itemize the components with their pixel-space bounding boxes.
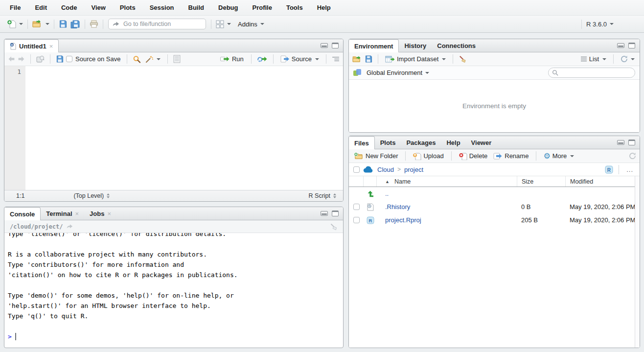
save-workspace-icon[interactable] (365, 55, 372, 63)
menu-debug[interactable]: Debug (218, 4, 238, 11)
import-dataset-button[interactable]: Import Dataset (384, 54, 447, 64)
maximize-icon[interactable] (628, 43, 635, 48)
menu-plots[interactable]: Plots (120, 4, 136, 11)
tab-help[interactable]: Help (441, 136, 465, 149)
tab-console[interactable]: Console (4, 207, 41, 220)
menu-file[interactable]: File (10, 4, 21, 11)
print-button[interactable] (88, 19, 100, 29)
addins-button[interactable]: Addins (236, 20, 266, 29)
select-all-checkbox[interactable] (353, 166, 360, 173)
menu-view[interactable]: View (91, 4, 105, 11)
table-row-rhistory[interactable]: .Rhistory 0 B May 19, 2020, 2:06 PM (349, 200, 640, 213)
source-button[interactable]: Source (279, 54, 321, 64)
new-folder-button[interactable]: New Folder (352, 151, 400, 161)
minimize-icon[interactable] (321, 211, 328, 216)
forward-icon[interactable] (18, 56, 25, 62)
source-tabbar: R Untitled1 × (4, 39, 343, 52)
upload-button[interactable]: Upload (411, 151, 445, 161)
new-file-button[interactable] (5, 19, 24, 29)
goto-directory-icon[interactable] (66, 224, 73, 229)
menu-session[interactable]: Session (150, 4, 174, 11)
open-file-button[interactable] (31, 19, 51, 29)
row-checkbox[interactable] (353, 204, 360, 210)
close-icon[interactable]: × (75, 210, 79, 217)
tab-untitled1[interactable]: R Untitled1 × (4, 39, 59, 52)
close-icon[interactable]: × (49, 43, 53, 50)
maximize-icon[interactable] (628, 140, 635, 145)
menu-code[interactable]: Code (61, 4, 77, 11)
more-button[interactable]: ⚙ More (542, 151, 575, 161)
tab-viewer[interactable]: Viewer (466, 136, 497, 149)
tab-history[interactable]: History (399, 39, 432, 52)
maximize-icon[interactable] (332, 211, 339, 216)
minimize-icon[interactable] (617, 43, 624, 48)
save-icon[interactable] (56, 55, 64, 63)
column-header-name[interactable]: ▲ Name (377, 178, 517, 185)
environment-search[interactable] (548, 68, 635, 78)
menu-profile[interactable]: Profile (252, 4, 272, 11)
tab-packages[interactable]: Packages (401, 136, 441, 149)
breadcrumb-current-link[interactable]: project (404, 166, 423, 173)
column-header-modified[interactable]: Modified (565, 176, 640, 187)
find-replace-icon[interactable] (133, 55, 141, 63)
compile-report-icon[interactable] (173, 55, 181, 63)
tab-files[interactable]: Files (349, 136, 375, 149)
menu-help[interactable]: Help (317, 4, 331, 11)
tab-connections[interactable]: Connections (432, 39, 481, 52)
scope-selector[interactable]: (Top Level) (73, 192, 110, 199)
close-icon[interactable]: × (107, 210, 111, 217)
environment-scope-selector[interactable]: Global Environment (365, 68, 431, 77)
source-on-save-checkbox[interactable] (66, 56, 72, 62)
main-toolbar: Addins R 3.6.0 (0, 16, 644, 33)
back-icon[interactable] (8, 56, 15, 62)
menu-edit[interactable]: Edit (35, 4, 47, 11)
editor-content[interactable] (25, 66, 343, 190)
row-checkbox[interactable] (353, 217, 360, 223)
file-link[interactable]: project.Rproj (385, 216, 421, 224)
list-view-button[interactable]: List (579, 54, 608, 64)
menu-build[interactable]: Build (188, 4, 205, 11)
clear-environment-broom-icon[interactable] (459, 55, 467, 63)
pane-layout-button[interactable] (214, 19, 232, 29)
source-caret-icon (315, 58, 319, 60)
save-all-button[interactable] (69, 19, 82, 29)
delete-button[interactable]: Delete (457, 151, 490, 161)
code-tools-button[interactable] (143, 54, 162, 64)
clear-console-broom-icon[interactable] (330, 223, 338, 231)
refresh-environment-button[interactable] (619, 54, 636, 64)
maximize-icon[interactable] (332, 43, 339, 48)
environment-search-input[interactable] (561, 69, 631, 77)
rename-button[interactable]: Rename (492, 151, 530, 161)
console-input-line[interactable]: > (8, 331, 340, 342)
scope-label: Global Environment (367, 69, 422, 76)
rerun-icon[interactable] (257, 56, 268, 62)
load-workspace-icon[interactable] (352, 55, 362, 63)
breadcrumb-overflow-button[interactable]: ... (624, 166, 635, 173)
tab-terminal[interactable]: Terminal × (41, 207, 84, 220)
save-button[interactable] (57, 19, 69, 29)
run-button[interactable]: Run (219, 54, 246, 64)
breadcrumb-root-link[interactable]: Cloud (377, 166, 394, 173)
file-link[interactable]: .. (385, 190, 389, 197)
table-row-parent-dir[interactable]: .. (349, 187, 640, 200)
column-header-size[interactable]: Size (517, 176, 565, 187)
file-link[interactable]: .Rhistory (385, 203, 410, 211)
console-output[interactable]: Type 'license()' or 'licence()' for dist… (4, 233, 343, 348)
refresh-files-icon[interactable] (629, 152, 636, 160)
tab-plots[interactable]: Plots (375, 136, 401, 149)
tab-jobs[interactable]: Jobs × (84, 207, 116, 220)
refresh-icon (621, 55, 628, 63)
code-editor[interactable]: 1 (4, 66, 343, 190)
table-row-rproj[interactable]: R project.Rproj 205 B May 19, 2020, 2:06… (349, 213, 640, 227)
tab-environment[interactable]: Environment (349, 39, 399, 52)
menu-tools[interactable]: Tools (286, 4, 303, 11)
scrollbar-gutter[interactable] (635, 176, 640, 348)
goto-file-search[interactable] (108, 19, 206, 29)
minimize-icon[interactable] (617, 140, 624, 145)
goto-file-input[interactable] (122, 20, 196, 28)
file-type-selector[interactable]: R Script (309, 192, 336, 199)
document-outline-icon[interactable] (332, 56, 340, 62)
popout-window-icon[interactable] (36, 55, 45, 63)
minimize-icon[interactable] (321, 43, 328, 48)
r-version-button[interactable]: R 3.6.0 (585, 20, 615, 29)
